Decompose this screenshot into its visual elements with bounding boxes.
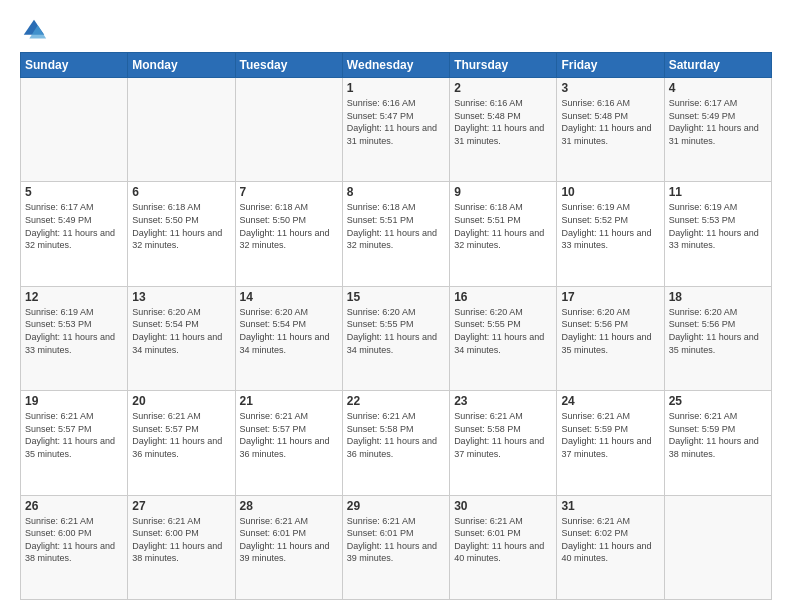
calendar-cell: 11Sunrise: 6:19 AM Sunset: 5:53 PM Dayli… <box>664 182 771 286</box>
calendar-header-saturday: Saturday <box>664 53 771 78</box>
day-info: Sunrise: 6:18 AM Sunset: 5:51 PM Dayligh… <box>347 201 445 251</box>
day-number: 15 <box>347 290 445 304</box>
day-info: Sunrise: 6:21 AM Sunset: 5:59 PM Dayligh… <box>561 410 659 460</box>
day-info: Sunrise: 6:18 AM Sunset: 5:51 PM Dayligh… <box>454 201 552 251</box>
calendar-header-sunday: Sunday <box>21 53 128 78</box>
calendar-cell: 22Sunrise: 6:21 AM Sunset: 5:58 PM Dayli… <box>342 391 449 495</box>
day-number: 27 <box>132 499 230 513</box>
calendar: SundayMondayTuesdayWednesdayThursdayFrid… <box>20 52 772 600</box>
calendar-cell <box>21 78 128 182</box>
day-info: Sunrise: 6:20 AM Sunset: 5:55 PM Dayligh… <box>347 306 445 356</box>
day-info: Sunrise: 6:18 AM Sunset: 5:50 PM Dayligh… <box>132 201 230 251</box>
page: SundayMondayTuesdayWednesdayThursdayFrid… <box>0 0 792 612</box>
calendar-header-row: SundayMondayTuesdayWednesdayThursdayFrid… <box>21 53 772 78</box>
day-number: 25 <box>669 394 767 408</box>
day-info: Sunrise: 6:19 AM Sunset: 5:52 PM Dayligh… <box>561 201 659 251</box>
calendar-cell: 24Sunrise: 6:21 AM Sunset: 5:59 PM Dayli… <box>557 391 664 495</box>
day-number: 1 <box>347 81 445 95</box>
day-info: Sunrise: 6:21 AM Sunset: 5:58 PM Dayligh… <box>347 410 445 460</box>
calendar-cell: 7Sunrise: 6:18 AM Sunset: 5:50 PM Daylig… <box>235 182 342 286</box>
day-info: Sunrise: 6:17 AM Sunset: 5:49 PM Dayligh… <box>669 97 767 147</box>
calendar-cell: 1Sunrise: 6:16 AM Sunset: 5:47 PM Daylig… <box>342 78 449 182</box>
day-info: Sunrise: 6:16 AM Sunset: 5:47 PM Dayligh… <box>347 97 445 147</box>
calendar-cell: 6Sunrise: 6:18 AM Sunset: 5:50 PM Daylig… <box>128 182 235 286</box>
calendar-cell <box>664 495 771 599</box>
day-number: 23 <box>454 394 552 408</box>
calendar-cell <box>235 78 342 182</box>
day-info: Sunrise: 6:21 AM Sunset: 5:59 PM Dayligh… <box>669 410 767 460</box>
day-number: 22 <box>347 394 445 408</box>
day-number: 8 <box>347 185 445 199</box>
day-number: 30 <box>454 499 552 513</box>
calendar-cell: 21Sunrise: 6:21 AM Sunset: 5:57 PM Dayli… <box>235 391 342 495</box>
day-number: 2 <box>454 81 552 95</box>
day-info: Sunrise: 6:21 AM Sunset: 6:02 PM Dayligh… <box>561 515 659 565</box>
day-info: Sunrise: 6:20 AM Sunset: 5:56 PM Dayligh… <box>669 306 767 356</box>
calendar-cell: 20Sunrise: 6:21 AM Sunset: 5:57 PM Dayli… <box>128 391 235 495</box>
calendar-header-friday: Friday <box>557 53 664 78</box>
day-info: Sunrise: 6:21 AM Sunset: 6:00 PM Dayligh… <box>132 515 230 565</box>
calendar-header-tuesday: Tuesday <box>235 53 342 78</box>
day-info: Sunrise: 6:21 AM Sunset: 6:01 PM Dayligh… <box>347 515 445 565</box>
day-number: 6 <box>132 185 230 199</box>
day-info: Sunrise: 6:21 AM Sunset: 5:57 PM Dayligh… <box>132 410 230 460</box>
calendar-week-row: 19Sunrise: 6:21 AM Sunset: 5:57 PM Dayli… <box>21 391 772 495</box>
calendar-cell: 14Sunrise: 6:20 AM Sunset: 5:54 PM Dayli… <box>235 286 342 390</box>
calendar-cell: 27Sunrise: 6:21 AM Sunset: 6:00 PM Dayli… <box>128 495 235 599</box>
day-number: 12 <box>25 290 123 304</box>
calendar-cell: 26Sunrise: 6:21 AM Sunset: 6:00 PM Dayli… <box>21 495 128 599</box>
calendar-cell: 5Sunrise: 6:17 AM Sunset: 5:49 PM Daylig… <box>21 182 128 286</box>
calendar-cell: 17Sunrise: 6:20 AM Sunset: 5:56 PM Dayli… <box>557 286 664 390</box>
day-info: Sunrise: 6:21 AM Sunset: 5:58 PM Dayligh… <box>454 410 552 460</box>
header <box>20 16 772 44</box>
day-info: Sunrise: 6:20 AM Sunset: 5:56 PM Dayligh… <box>561 306 659 356</box>
calendar-cell: 19Sunrise: 6:21 AM Sunset: 5:57 PM Dayli… <box>21 391 128 495</box>
day-number: 3 <box>561 81 659 95</box>
day-info: Sunrise: 6:20 AM Sunset: 5:55 PM Dayligh… <box>454 306 552 356</box>
day-number: 26 <box>25 499 123 513</box>
calendar-cell: 8Sunrise: 6:18 AM Sunset: 5:51 PM Daylig… <box>342 182 449 286</box>
calendar-cell: 29Sunrise: 6:21 AM Sunset: 6:01 PM Dayli… <box>342 495 449 599</box>
day-number: 24 <box>561 394 659 408</box>
calendar-cell: 18Sunrise: 6:20 AM Sunset: 5:56 PM Dayli… <box>664 286 771 390</box>
day-number: 21 <box>240 394 338 408</box>
day-info: Sunrise: 6:21 AM Sunset: 6:01 PM Dayligh… <box>454 515 552 565</box>
calendar-cell: 28Sunrise: 6:21 AM Sunset: 6:01 PM Dayli… <box>235 495 342 599</box>
calendar-cell: 3Sunrise: 6:16 AM Sunset: 5:48 PM Daylig… <box>557 78 664 182</box>
day-number: 10 <box>561 185 659 199</box>
calendar-cell: 13Sunrise: 6:20 AM Sunset: 5:54 PM Dayli… <box>128 286 235 390</box>
calendar-cell <box>128 78 235 182</box>
day-number: 28 <box>240 499 338 513</box>
calendar-week-row: 12Sunrise: 6:19 AM Sunset: 5:53 PM Dayli… <box>21 286 772 390</box>
calendar-cell: 25Sunrise: 6:21 AM Sunset: 5:59 PM Dayli… <box>664 391 771 495</box>
calendar-cell: 23Sunrise: 6:21 AM Sunset: 5:58 PM Dayli… <box>450 391 557 495</box>
day-number: 29 <box>347 499 445 513</box>
day-info: Sunrise: 6:19 AM Sunset: 5:53 PM Dayligh… <box>669 201 767 251</box>
calendar-week-row: 26Sunrise: 6:21 AM Sunset: 6:00 PM Dayli… <box>21 495 772 599</box>
day-number: 5 <box>25 185 123 199</box>
day-info: Sunrise: 6:21 AM Sunset: 6:00 PM Dayligh… <box>25 515 123 565</box>
calendar-cell: 30Sunrise: 6:21 AM Sunset: 6:01 PM Dayli… <box>450 495 557 599</box>
calendar-cell: 9Sunrise: 6:18 AM Sunset: 5:51 PM Daylig… <box>450 182 557 286</box>
day-info: Sunrise: 6:20 AM Sunset: 5:54 PM Dayligh… <box>132 306 230 356</box>
day-number: 13 <box>132 290 230 304</box>
calendar-cell: 15Sunrise: 6:20 AM Sunset: 5:55 PM Dayli… <box>342 286 449 390</box>
day-info: Sunrise: 6:21 AM Sunset: 5:57 PM Dayligh… <box>25 410 123 460</box>
day-number: 20 <box>132 394 230 408</box>
day-info: Sunrise: 6:21 AM Sunset: 6:01 PM Dayligh… <box>240 515 338 565</box>
calendar-cell: 16Sunrise: 6:20 AM Sunset: 5:55 PM Dayli… <box>450 286 557 390</box>
day-info: Sunrise: 6:19 AM Sunset: 5:53 PM Dayligh… <box>25 306 123 356</box>
day-number: 4 <box>669 81 767 95</box>
calendar-week-row: 5Sunrise: 6:17 AM Sunset: 5:49 PM Daylig… <box>21 182 772 286</box>
calendar-header-monday: Monday <box>128 53 235 78</box>
day-info: Sunrise: 6:18 AM Sunset: 5:50 PM Dayligh… <box>240 201 338 251</box>
calendar-header-wednesday: Wednesday <box>342 53 449 78</box>
day-number: 18 <box>669 290 767 304</box>
day-info: Sunrise: 6:16 AM Sunset: 5:48 PM Dayligh… <box>454 97 552 147</box>
calendar-cell: 10Sunrise: 6:19 AM Sunset: 5:52 PM Dayli… <box>557 182 664 286</box>
day-number: 14 <box>240 290 338 304</box>
calendar-cell: 4Sunrise: 6:17 AM Sunset: 5:49 PM Daylig… <box>664 78 771 182</box>
calendar-header-thursday: Thursday <box>450 53 557 78</box>
day-number: 11 <box>669 185 767 199</box>
day-number: 17 <box>561 290 659 304</box>
